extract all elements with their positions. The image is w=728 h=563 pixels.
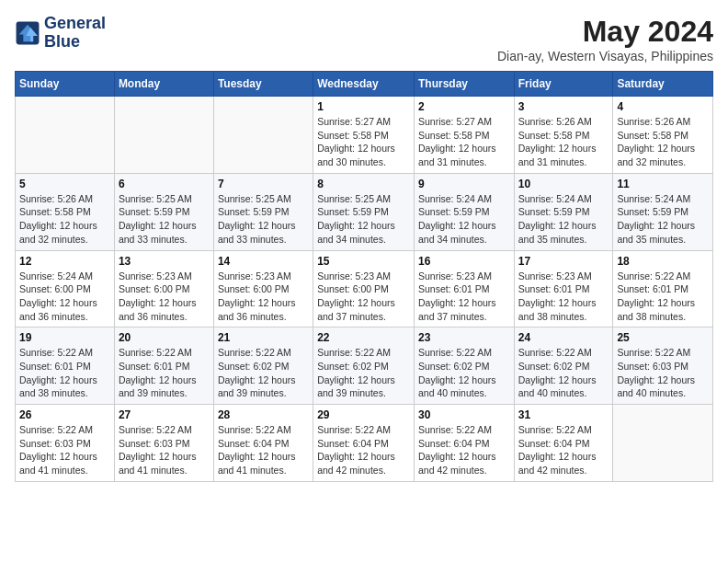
day-info: Sunrise: 5:25 AM Sunset: 5:59 PM Dayligh… [218,192,309,247]
day-info: Sunrise: 5:24 AM Sunset: 5:59 PM Dayligh… [518,192,609,247]
calendar-cell: 19Sunrise: 5:22 AM Sunset: 6:01 PM Dayli… [16,327,115,405]
calendar-cell: 25Sunrise: 5:22 AM Sunset: 6:03 PM Dayli… [613,327,713,405]
day-info: Sunrise: 5:22 AM Sunset: 6:02 PM Dayligh… [317,346,410,400]
logo: General Blue [15,15,106,52]
day-info: Sunrise: 5:23 AM Sunset: 6:01 PM Dayligh… [518,270,609,324]
day-number: 17 [518,255,609,268]
day-info: Sunrise: 5:23 AM Sunset: 6:00 PM Dayligh… [317,270,410,324]
day-number: 11 [617,178,709,190]
day-info: Sunrise: 5:22 AM Sunset: 6:04 PM Dayligh… [218,423,309,477]
day-info: Sunrise: 5:22 AM Sunset: 6:02 PM Dayligh… [518,346,609,400]
calendar-week-4: 19Sunrise: 5:22 AM Sunset: 6:01 PM Dayli… [16,327,713,405]
header-tuesday: Tuesday [213,72,313,97]
header-monday: Monday [114,72,213,97]
day-number: 30 [418,408,510,421]
header-wednesday: Wednesday [313,72,415,97]
day-info: Sunrise: 5:22 AM Sunset: 6:01 PM Dayligh… [19,346,110,400]
day-number: 22 [317,331,410,344]
day-info: Sunrise: 5:25 AM Sunset: 5:59 PM Dayligh… [119,192,210,247]
day-number: 15 [317,255,410,268]
calendar-cell: 9Sunrise: 5:24 AM Sunset: 5:59 PM Daylig… [414,173,514,250]
day-number: 23 [418,331,510,344]
logo-text: General Blue [44,15,106,52]
calendar-cell: 27Sunrise: 5:22 AM Sunset: 6:03 PM Dayli… [114,405,213,482]
day-number: 8 [317,178,410,190]
calendar-cell: 23Sunrise: 5:22 AM Sunset: 6:02 PM Dayli… [414,327,514,405]
day-info: Sunrise: 5:22 AM Sunset: 6:03 PM Dayligh… [19,423,110,477]
page-header: General Blue May 2024 Dian-ay, Western V… [15,15,713,63]
calendar-cell: 16Sunrise: 5:23 AM Sunset: 6:01 PM Dayli… [414,250,514,327]
calendar-cell: 1Sunrise: 5:27 AM Sunset: 5:58 PM Daylig… [313,97,415,174]
day-info: Sunrise: 5:22 AM Sunset: 6:02 PM Dayligh… [218,346,309,400]
day-number: 20 [119,331,210,344]
calendar-week-2: 5Sunrise: 5:26 AM Sunset: 5:58 PM Daylig… [16,173,713,250]
calendar-cell [16,97,115,174]
calendar-cell: 18Sunrise: 5:22 AM Sunset: 6:01 PM Dayli… [613,250,713,327]
calendar-cell: 21Sunrise: 5:22 AM Sunset: 6:02 PM Dayli… [213,327,313,405]
day-number: 31 [518,408,609,421]
header-friday: Friday [514,72,613,97]
day-info: Sunrise: 5:22 AM Sunset: 6:02 PM Dayligh… [418,346,510,400]
day-info: Sunrise: 5:22 AM Sunset: 6:01 PM Dayligh… [119,346,210,400]
logo-icon [15,20,40,46]
day-number: 9 [418,178,510,190]
calendar-cell: 28Sunrise: 5:22 AM Sunset: 6:04 PM Dayli… [213,405,313,482]
day-info: Sunrise: 5:27 AM Sunset: 5:58 PM Dayligh… [317,115,410,169]
calendar-cell: 5Sunrise: 5:26 AM Sunset: 5:58 PM Daylig… [16,173,115,250]
day-number: 27 [119,408,210,421]
calendar-cell [613,405,713,482]
day-number: 2 [418,100,510,113]
calendar-week-1: 1Sunrise: 5:27 AM Sunset: 5:58 PM Daylig… [16,97,713,174]
day-number: 14 [218,255,309,268]
calendar-cell: 6Sunrise: 5:25 AM Sunset: 5:59 PM Daylig… [114,173,213,250]
calendar-week-5: 26Sunrise: 5:22 AM Sunset: 6:03 PM Dayli… [16,405,713,482]
day-number: 19 [19,331,110,344]
calendar-cell: 12Sunrise: 5:24 AM Sunset: 6:00 PM Dayli… [16,250,115,327]
calendar-cell: 15Sunrise: 5:23 AM Sunset: 6:00 PM Dayli… [313,250,415,327]
day-number: 5 [19,178,110,190]
day-number: 18 [617,255,709,268]
calendar-cell: 24Sunrise: 5:22 AM Sunset: 6:02 PM Dayli… [514,327,613,405]
calendar-cell: 10Sunrise: 5:24 AM Sunset: 5:59 PM Dayli… [514,173,613,250]
header-sunday: Sunday [16,72,115,97]
day-number: 24 [518,331,609,344]
calendar-cell: 31Sunrise: 5:22 AM Sunset: 6:04 PM Dayli… [514,405,613,482]
title-area: May 2024 Dian-ay, Western Visayas, Phili… [497,15,713,63]
day-info: Sunrise: 5:24 AM Sunset: 6:00 PM Dayligh… [19,270,110,324]
calendar-table: SundayMondayTuesdayWednesdayThursdayFrid… [15,71,713,482]
day-number: 16 [418,255,510,268]
calendar-cell: 2Sunrise: 5:27 AM Sunset: 5:58 PM Daylig… [414,97,514,174]
day-number: 28 [218,408,309,421]
day-number: 12 [19,255,110,268]
day-number: 21 [218,331,309,344]
day-number: 3 [518,100,609,113]
calendar-cell: 20Sunrise: 5:22 AM Sunset: 6:01 PM Dayli… [114,327,213,405]
calendar-cell: 3Sunrise: 5:26 AM Sunset: 5:58 PM Daylig… [514,97,613,174]
calendar-cell: 22Sunrise: 5:22 AM Sunset: 6:02 PM Dayli… [313,327,415,405]
day-info: Sunrise: 5:24 AM Sunset: 5:59 PM Dayligh… [617,192,709,247]
day-number: 26 [19,408,110,421]
day-info: Sunrise: 5:27 AM Sunset: 5:58 PM Dayligh… [418,115,510,169]
day-info: Sunrise: 5:23 AM Sunset: 6:00 PM Dayligh… [218,270,309,324]
calendar-cell: 4Sunrise: 5:26 AM Sunset: 5:58 PM Daylig… [613,97,713,174]
month-title: May 2024 [497,15,713,49]
day-info: Sunrise: 5:22 AM Sunset: 6:04 PM Dayligh… [317,423,410,477]
day-number: 29 [317,408,410,421]
day-info: Sunrise: 5:26 AM Sunset: 5:58 PM Dayligh… [518,115,609,169]
day-info: Sunrise: 5:22 AM Sunset: 6:03 PM Dayligh… [617,346,709,400]
calendar-week-3: 12Sunrise: 5:24 AM Sunset: 6:00 PM Dayli… [16,250,713,327]
day-number: 7 [218,178,309,190]
calendar-cell: 7Sunrise: 5:25 AM Sunset: 5:59 PM Daylig… [213,173,313,250]
day-info: Sunrise: 5:22 AM Sunset: 6:03 PM Dayligh… [119,423,210,477]
day-info: Sunrise: 5:24 AM Sunset: 5:59 PM Dayligh… [418,192,510,247]
day-number: 13 [119,255,210,268]
day-info: Sunrise: 5:26 AM Sunset: 5:58 PM Dayligh… [617,115,709,169]
calendar-cell [213,97,313,174]
day-info: Sunrise: 5:22 AM Sunset: 6:04 PM Dayligh… [518,423,609,477]
day-number: 6 [119,178,210,190]
calendar-cell: 13Sunrise: 5:23 AM Sunset: 6:00 PM Dayli… [114,250,213,327]
header-thursday: Thursday [414,72,514,97]
calendar-header-row: SundayMondayTuesdayWednesdayThursdayFrid… [16,72,713,97]
location: Dian-ay, Western Visayas, Philippines [497,49,713,63]
day-number: 1 [317,100,410,113]
